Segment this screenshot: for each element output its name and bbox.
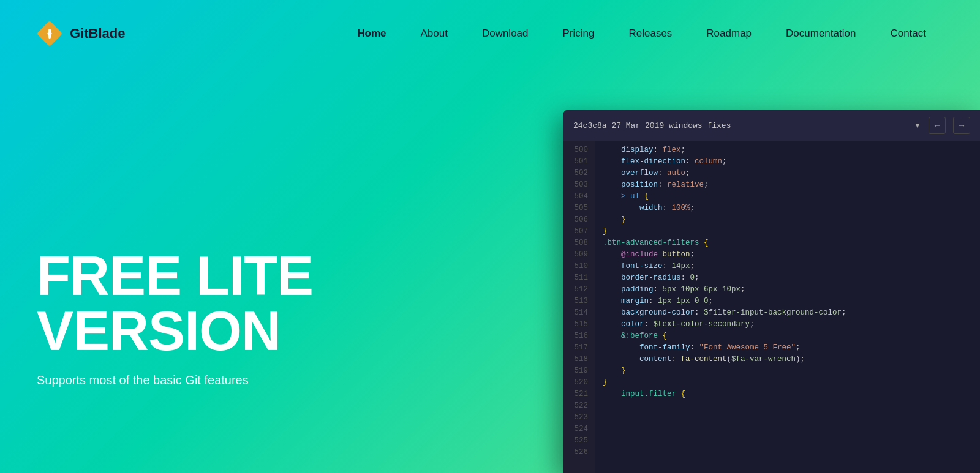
code-header: 24c3c8a 27 Mar 2019 windows fixes ▼ ← → [564, 110, 980, 141]
nav-link-pricing[interactable]: Pricing [546, 23, 612, 45]
code-body: 5005015025035045055065075085095105115125… [564, 141, 980, 473]
forward-button[interactable]: → [953, 117, 970, 134]
svg-rect-1 [48, 29, 51, 39]
logo-icon [37, 21, 62, 47]
nav-item-download[interactable]: Download [465, 23, 546, 45]
nav-item-about[interactable]: About [403, 23, 464, 45]
nav-link-releases[interactable]: Releases [611, 23, 689, 45]
nav-link-download[interactable]: Download [465, 23, 546, 45]
nav-item-contact[interactable]: Contact [873, 23, 943, 45]
nav-item-releases[interactable]: Releases [611, 23, 689, 45]
commit-label: 24c3c8a 27 Mar 2019 windows fixes [573, 121, 907, 130]
dropdown-arrow: ▼ [914, 121, 921, 130]
nav-item-home[interactable]: Home [340, 23, 403, 45]
back-button[interactable]: ← [929, 117, 946, 134]
nav-item-roadmap[interactable]: Roadmap [689, 23, 769, 45]
nav-item-documentation[interactable]: Documentation [769, 23, 873, 45]
navbar: GitBlade Home About Download Pricing Rel… [0, 0, 980, 67]
nav-link-about[interactable]: About [403, 23, 464, 45]
hero-title: FREE LITE VERSION [37, 248, 564, 359]
line-numbers: 5005015025035045055065075085095105115125… [564, 141, 595, 473]
nav-link-contact[interactable]: Contact [873, 23, 943, 45]
nav-item-pricing[interactable]: Pricing [546, 23, 612, 45]
logo-link[interactable]: GitBlade [37, 21, 125, 47]
hero-subtitle: Supports most of the basic Git features [37, 373, 564, 387]
code-panel: 24c3c8a 27 Mar 2019 windows fixes ▼ ← → … [564, 110, 980, 473]
nav-links: Home About Download Pricing Releases Roa… [340, 23, 943, 45]
nav-link-roadmap[interactable]: Roadmap [689, 23, 769, 45]
code-content: display: flex; flex-direction: column; o… [595, 141, 980, 473]
nav-link-home[interactable]: Home [340, 23, 403, 45]
nav-link-documentation[interactable]: Documentation [769, 23, 873, 45]
logo-text: GitBlade [70, 26, 125, 42]
hero-section: GitBlade Home About Download Pricing Rel… [0, 0, 980, 473]
hero-content: FREE LITE VERSION Supports most of the b… [37, 248, 564, 387]
